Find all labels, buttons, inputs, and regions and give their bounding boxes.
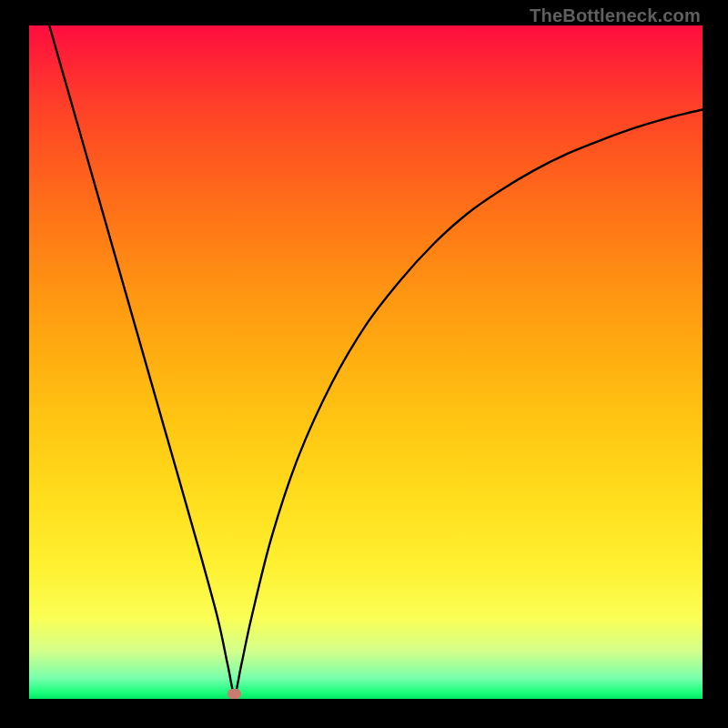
curve-path — [49, 25, 703, 693]
watermark-text: TheBottleneck.com — [530, 5, 701, 26]
curve-svg — [29, 25, 703, 699]
chart-container: TheBottleneck.com — [0, 0, 728, 728]
plot-area — [29, 25, 703, 699]
marker-dot — [228, 689, 241, 699]
